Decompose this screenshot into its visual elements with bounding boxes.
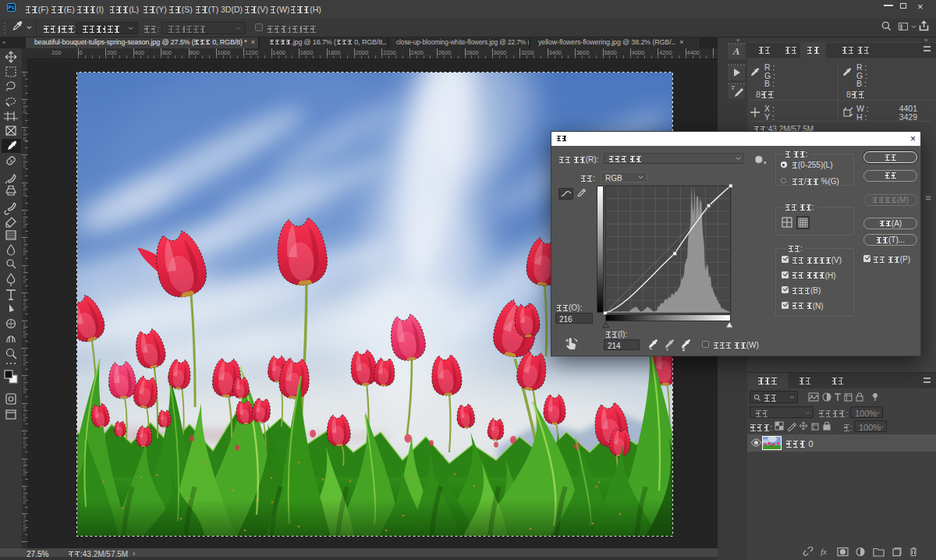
svg-text:fx: fx bbox=[821, 547, 827, 556]
